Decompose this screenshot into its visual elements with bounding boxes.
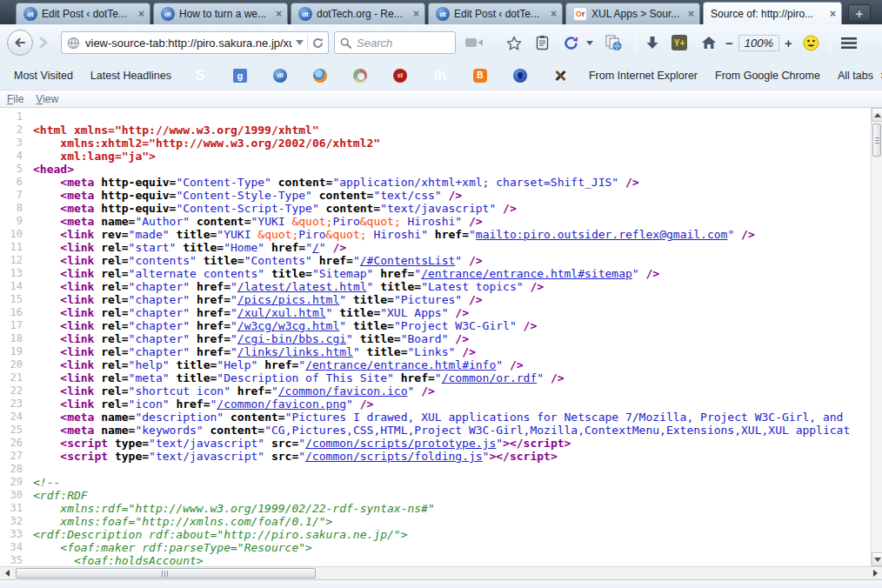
source-token: xml:lang="ja"> — [33, 150, 156, 163]
zoom-level[interactable]: 100% — [738, 35, 779, 51]
source-token: "chapter" — [129, 280, 190, 293]
tab-close-button[interactable]: × — [830, 9, 836, 19]
url-text[interactable]: view-source-tab:http://piro.sakura.ne.jp… — [85, 37, 292, 50]
yahoo-plus-icon[interactable]: Y+ — [672, 35, 687, 50]
dottech-bookmark-icon[interactable]: dt — [273, 69, 287, 83]
tab[interactable]: OrXUL Apps > Sour...× — [565, 3, 700, 24]
colorzilla-refresh-icon[interactable] — [563, 35, 579, 51]
vertical-scrollbar-thumb[interactable] — [872, 124, 881, 157]
line-number: 16 — [0, 306, 33, 319]
source-hyperlink[interactable]: /links/links.html — [237, 345, 353, 358]
tab[interactable]: dtdotTech.org - Re...× — [291, 3, 425, 24]
source-token: xmlns:foaf="http://xmlns.com/foaf/0.1/"> — [33, 515, 332, 528]
cl-bookmark-icon[interactable]: cl — [393, 69, 407, 83]
tab-close-button[interactable]: × — [138, 9, 144, 19]
source-token: content= — [210, 424, 265, 437]
tools-bookmark-icon[interactable] — [553, 69, 567, 83]
tab[interactable]: dtHow to turn a we...× — [153, 3, 288, 24]
horizontal-scrollbar-thumb[interactable] — [16, 568, 316, 578]
source-line: 13 <link rel="alternate contents" title=… — [0, 267, 882, 280]
source-token: " — [435, 371, 442, 384]
google-bookmark-icon[interactable]: g — [233, 69, 247, 83]
bookmark-star-icon[interactable] — [506, 36, 522, 50]
home-icon[interactable] — [701, 36, 717, 50]
translate-pages-icon[interactable] — [605, 35, 622, 50]
source-hyperlink[interactable]: /xul/xul.html — [237, 306, 326, 319]
source-token — [33, 319, 60, 332]
lifehacker-bookmark-icon[interactable]: lh — [433, 69, 447, 83]
scroll-up-button[interactable] — [872, 108, 882, 122]
scroll-left-button[interactable] — [0, 567, 14, 579]
tab[interactable]: dtEdit Post ‹ dotTe...× — [428, 3, 563, 24]
scroll-right-button[interactable] — [868, 567, 882, 579]
source-hyperlink[interactable]: /latest/latest.html — [237, 280, 367, 293]
source-hyperlink[interactable]: /pics/pics.html — [237, 293, 339, 306]
tab-close-button[interactable]: × — [551, 9, 557, 19]
bookmark-most-visited[interactable]: Most Visited — [5, 70, 82, 82]
source-hyperlink[interactable]: mailto:piro.outsider.reflex@gmail.com — [476, 228, 728, 241]
source-token: "chapter" — [129, 306, 190, 319]
source-hyperlink[interactable]: /common/scripts/prototype.js — [305, 437, 496, 450]
tab[interactable]: dtEdit Post ‹ dotTe...× — [16, 3, 150, 24]
source-token: <script — [60, 450, 108, 463]
source-line: 2<html xmlns="http://www.w3.org/1999/xht… — [0, 124, 882, 137]
smiley-icon[interactable] — [803, 35, 819, 51]
source-hyperlink[interactable]: /common/favicon.png — [217, 398, 346, 411]
forward-button[interactable] — [33, 32, 54, 53]
tab-close-button[interactable]: × — [276, 9, 282, 19]
source-hyperlink[interactable]: /#ContentsList — [360, 254, 456, 267]
source-line: 11 <link rel="start" title="Home" href="… — [0, 241, 882, 254]
source-hyperlink[interactable]: /entrance/entrance.html#sitemap — [421, 267, 632, 280]
url-dropdown-icon[interactable] — [296, 40, 304, 45]
blogger-bookmark-icon[interactable]: B — [473, 69, 487, 83]
url-bar[interactable]: view-source-tab:http://piro.sakura.ne.jp… — [61, 31, 329, 54]
line-number: 1 — [0, 110, 33, 124]
tab-title: XUL Apps > Sour... — [591, 8, 685, 20]
source-token — [264, 450, 271, 463]
tab-close-button[interactable]: × — [688, 9, 694, 19]
back-button[interactable] — [7, 30, 33, 56]
source-token: rel= — [101, 345, 128, 358]
bookmark-from-internet-explorer[interactable]: From Internet Explorer — [580, 70, 706, 82]
source-token: "YUKI — [251, 215, 292, 228]
s-logo-bookmark-icon[interactable]: S — [193, 69, 207, 83]
clipboard-icon[interactable] — [536, 35, 549, 50]
extension-dropdown-icon[interactable] — [586, 41, 593, 45]
bookmark-latest-headlines[interactable]: Latest Headlines — [82, 70, 180, 82]
drop-bookmark-icon[interactable] — [513, 69, 527, 83]
source-token: /> — [645, 267, 659, 280]
tab-close-button[interactable]: × — [413, 9, 419, 19]
vertical-scrollbar[interactable] — [871, 108, 882, 566]
zoom-in-button[interactable]: + — [785, 36, 792, 50]
new-tab-button[interactable]: + — [848, 4, 871, 22]
source-hyperlink[interactable]: /entrance/entrance.html#info — [305, 358, 496, 371]
source-hyperlink[interactable]: /common/or.rdf — [442, 371, 538, 384]
menu-view[interactable]: View — [36, 93, 58, 105]
source-hyperlink[interactable]: / — [312, 241, 319, 254]
search-input[interactable]: Search — [334, 31, 456, 54]
tab-active[interactable]: Source of: http://piro...× — [703, 2, 842, 24]
source-hyperlink[interactable]: /common/scripts/folding.js — [305, 450, 483, 463]
source-hyperlink[interactable]: /cgi-bin/bbs.cgi — [237, 332, 346, 345]
zoom-out-button[interactable]: − — [725, 36, 733, 50]
chrome-bookmark-icon[interactable] — [353, 69, 367, 83]
source-hyperlink[interactable]: /common/favicon.ico — [278, 384, 408, 398]
scroll-down-button[interactable] — [872, 552, 882, 566]
video-camera-icon[interactable] — [464, 37, 484, 49]
source-line: 24 <meta name="description" content="Pic… — [0, 411, 882, 424]
source-token: <meta — [60, 176, 94, 189]
reload-icon[interactable] — [311, 37, 324, 50]
bookmark-all-tabs[interactable]: All tabs — [829, 70, 882, 82]
firefox-bookmark-icon[interactable] — [313, 69, 327, 83]
source-token: &quot; — [360, 215, 401, 228]
menu-hamburger-icon[interactable] — [841, 37, 857, 49]
source-token — [33, 267, 60, 280]
line-number: 20 — [0, 358, 33, 371]
downloads-icon[interactable] — [645, 36, 659, 50]
bookmark-from-google-chrome[interactable]: From Google Chrome — [706, 70, 829, 82]
source-hyperlink[interactable]: /w3cg/w3cg.html — [237, 319, 339, 332]
horizontal-scrollbar[interactable] — [0, 566, 882, 579]
source-token: "icon" — [129, 398, 170, 411]
menu-file[interactable]: File — [7, 93, 23, 105]
source-token: &quot; — [291, 215, 332, 228]
